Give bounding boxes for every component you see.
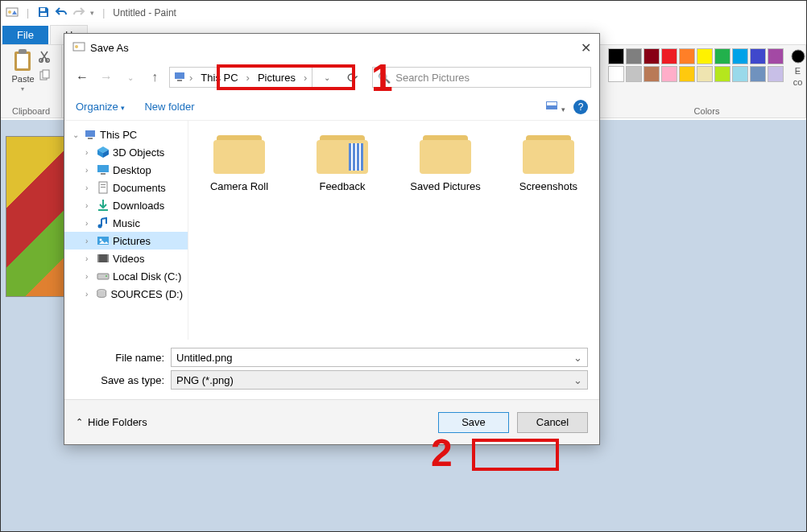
cancel-button[interactable]: Cancel <box>517 412 588 433</box>
folder-item[interactable]: Camera Roll <box>195 132 283 192</box>
paste-button[interactable]: Paste ▾ <box>11 48 34 93</box>
file-name-input[interactable]: Untitled.png ⌄ <box>171 348 588 367</box>
chevron-down-icon[interactable]: ⌄ <box>72 130 81 139</box>
svg-point-1 <box>8 10 11 14</box>
clipboard-group-label: Clipboard <box>12 106 50 116</box>
nav-tree[interactable]: ⌄ This PC ›3D Objects›Desktop›Documents›… <box>64 121 188 340</box>
color-swatch[interactable] <box>679 66 695 82</box>
chevron-right-icon[interactable]: › <box>85 219 93 228</box>
color-swatch[interactable] <box>750 48 766 64</box>
file-list[interactable]: Camera RollFeedbackSaved PicturesScreens… <box>188 121 599 340</box>
color-swatch[interactable] <box>626 66 642 82</box>
nav-recent-icon[interactable]: ⌄ <box>121 73 140 82</box>
chevron-right-icon[interactable]: › <box>85 148 93 157</box>
organize-button[interactable]: Organize ▾ <box>76 101 125 113</box>
color-swatch[interactable] <box>626 48 642 64</box>
chevron-right-icon[interactable]: › <box>85 237 93 245</box>
svg-rect-6 <box>19 49 27 54</box>
color-swatch[interactable] <box>608 66 624 82</box>
svg-rect-22 <box>101 173 106 175</box>
color-palette[interactable] <box>608 48 784 82</box>
tree-item[interactable]: ›Local Disk (C:) <box>64 267 188 285</box>
copy-icon[interactable] <box>38 69 51 85</box>
tree-this-pc[interactable]: ⌄ This PC <box>64 126 188 143</box>
chevron-right-icon[interactable]: › <box>85 254 93 263</box>
folder-item[interactable]: Saved Pictures <box>401 132 490 192</box>
new-folder-button[interactable]: New folder <box>144 101 194 113</box>
save-button[interactable]: Save <box>438 412 509 433</box>
color-swatch[interactable] <box>714 66 730 82</box>
save-type-select[interactable]: PNG (*.png) ⌄ <box>171 370 588 390</box>
window-title: Untitled - Paint <box>113 7 176 19</box>
folder-icon <box>420 132 471 174</box>
chevron-down-icon[interactable]: ⌄ <box>573 352 582 364</box>
annotation-number-1: 1 <box>371 56 393 100</box>
tree-item[interactable]: ›3D Objects <box>64 143 188 161</box>
color-swatch[interactable] <box>732 48 748 64</box>
svg-rect-21 <box>97 165 109 172</box>
search-input[interactable]: 🔍 Search Pictures <box>372 67 591 88</box>
qat-dropdown-icon[interactable]: ▾ <box>90 9 94 17</box>
paint-app-icon <box>6 6 19 21</box>
nav-up-icon[interactable]: ↑ <box>145 70 164 85</box>
color-swatch[interactable] <box>697 48 713 64</box>
chevron-right-icon[interactable]: › <box>85 201 93 210</box>
tree-item[interactable]: ›Desktop <box>64 161 188 179</box>
folder-item[interactable]: Feedback <box>298 132 387 192</box>
annotation-number-2: 2 <box>431 431 453 475</box>
dialog-fields: File name: Untitled.png ⌄ Save as type: … <box>64 340 599 399</box>
redo-qat-icon[interactable] <box>72 6 85 21</box>
help-icon[interactable]: ? <box>573 100 588 114</box>
color-swatch[interactable] <box>768 48 784 64</box>
annotation-box-2 <box>472 439 559 471</box>
dialog-titlebar: Save As ✕ <box>64 34 599 61</box>
undo-qat-icon[interactable] <box>55 6 68 21</box>
svg-rect-16 <box>177 80 182 81</box>
colors-group-label: Colors <box>694 106 720 116</box>
chevron-right-icon[interactable]: › <box>85 272 93 281</box>
color-swatch[interactable] <box>732 66 748 82</box>
color-swatch[interactable] <box>608 48 624 64</box>
folder-icon <box>213 132 265 174</box>
dialog-title: Save As <box>90 42 129 54</box>
svg-rect-24 <box>101 184 106 185</box>
tree-item[interactable]: ›SOURCES (D:) <box>64 285 188 303</box>
save-qat-icon[interactable] <box>37 6 50 21</box>
chevron-right-icon[interactable]: › <box>85 290 93 299</box>
edit-colors-button[interactable]: E co <box>790 48 806 87</box>
color-swatch[interactable] <box>697 66 713 82</box>
chevron-right-icon[interactable]: › <box>85 184 93 192</box>
paste-label: Paste <box>11 74 34 84</box>
color-swatch[interactable] <box>661 66 677 82</box>
view-options-icon[interactable]: ▾ <box>545 99 565 114</box>
hide-folders-button[interactable]: ⌃ Hide Folders <box>76 416 147 428</box>
tree-item[interactable]: ›Downloads <box>64 196 188 214</box>
chevron-right-icon[interactable]: › <box>85 166 93 175</box>
search-placeholder: Search Pictures <box>395 72 470 84</box>
nav-forward-icon[interactable]: → <box>97 70 116 85</box>
svg-rect-3 <box>40 13 47 16</box>
close-icon[interactable]: ✕ <box>581 40 591 56</box>
color-swatch[interactable] <box>661 48 677 64</box>
svg-rect-18 <box>547 102 557 105</box>
svg-rect-5 <box>17 54 28 68</box>
svg-point-29 <box>100 239 102 241</box>
color-swatch[interactable] <box>750 66 766 82</box>
tree-item[interactable]: ›Documents <box>64 179 188 196</box>
nav-back-icon[interactable]: ← <box>72 70 92 85</box>
svg-rect-33 <box>97 274 109 279</box>
color-swatch[interactable] <box>768 66 784 82</box>
color-swatch[interactable] <box>644 48 660 64</box>
tree-item[interactable]: ›Pictures <box>64 232 188 250</box>
chevron-down-icon[interactable]: ⌄ <box>573 374 582 386</box>
tab-file[interactable]: File <box>2 26 48 44</box>
color-swatch[interactable] <box>679 48 695 64</box>
folder-item[interactable]: Screenshots <box>504 132 593 192</box>
cut-icon[interactable] <box>38 50 51 66</box>
tree-item[interactable]: ›Music <box>64 214 188 232</box>
chevron-right-icon[interactable]: › <box>188 72 194 84</box>
color-swatch[interactable] <box>714 48 730 64</box>
color-swatch[interactable] <box>644 66 660 82</box>
tree-item[interactable]: ›Videos <box>64 250 188 267</box>
svg-point-14 <box>75 45 78 48</box>
